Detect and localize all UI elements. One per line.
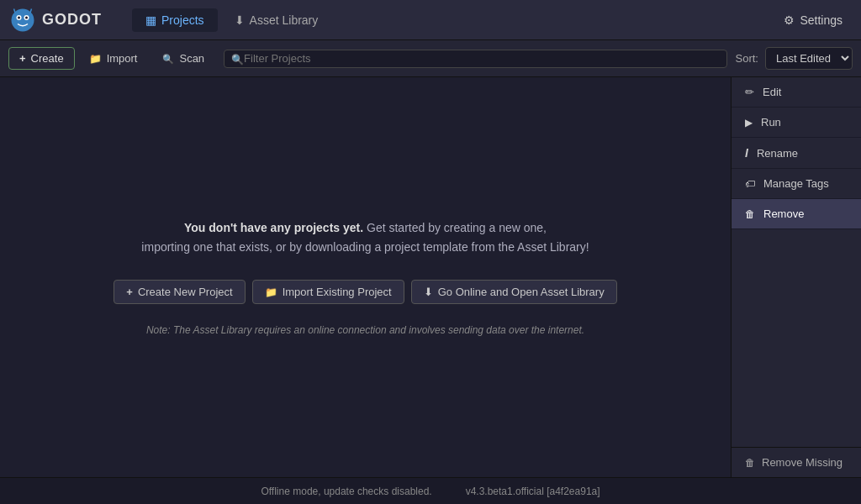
godot-logo-icon <box>10 8 35 33</box>
trash-icon <box>745 207 755 220</box>
scan-icon <box>162 52 174 65</box>
play-icon <box>745 116 753 129</box>
logo: GODOT <box>10 8 102 33</box>
filter-wrap <box>224 50 726 68</box>
import-button[interactable]: Import <box>78 47 149 70</box>
asset-library-note: Note: The Asset Library requires an onli… <box>146 324 584 336</box>
download-icon <box>424 286 433 298</box>
version-info: v4.3.beta1.official [a4f2ea91a] <box>466 486 600 497</box>
svg-point-4 <box>25 16 28 18</box>
empty-desc2: importing one that exists, or by downloa… <box>141 238 589 256</box>
search-icon <box>231 52 244 66</box>
folder-icon <box>89 52 102 65</box>
main-layout: You don't have any projects yet. Get sta… <box>0 77 861 477</box>
projects-icon: ▦ <box>145 13 156 27</box>
projects-area: You don't have any projects yet. Get sta… <box>0 77 731 477</box>
folder-icon <box>265 286 277 298</box>
right-panel: Edit Run Rename Manage Tags Remove Remov… <box>731 77 861 477</box>
manage-tags-button[interactable]: Manage Tags <box>732 169 861 199</box>
plus-icon <box>126 286 133 298</box>
panel-bottom: Remove Missing <box>732 447 861 477</box>
svg-point-3 <box>18 16 20 18</box>
tab-projects[interactable]: ▦ Projects <box>132 8 218 32</box>
plus-icon <box>19 52 26 65</box>
edit-icon <box>745 86 754 98</box>
rename-button[interactable]: Rename <box>732 138 861 169</box>
go-online-asset-library-button[interactable]: Go Online and Open Asset Library <box>411 280 617 304</box>
import-existing-project-button[interactable]: Import Existing Project <box>252 280 404 304</box>
action-buttons: Create New Project Import Existing Proje… <box>114 280 616 304</box>
top-bar: GODOT ▦ Projects ⬇ Asset Library Setting… <box>0 0 861 40</box>
empty-message: You don't have any projects yet. Get sta… <box>141 218 589 256</box>
status-bar: Offline mode, update checks disabled. v4… <box>0 477 861 504</box>
toolbar: Create Import Scan Sort: Last Edited Nam… <box>0 40 861 77</box>
scan-button[interactable]: Scan <box>151 47 215 70</box>
filter-input[interactable] <box>244 52 719 65</box>
offline-status: Offline mode, update checks disabled. <box>261 486 431 497</box>
edit-button[interactable]: Edit <box>732 77 861 108</box>
sort-select[interactable]: Last Edited Name Path <box>765 47 853 70</box>
remove-button[interactable]: Remove <box>732 199 861 229</box>
remove-missing-button[interactable]: Remove Missing <box>745 456 848 469</box>
create-new-project-button[interactable]: Create New Project <box>114 280 245 304</box>
sort-label: Sort: <box>736 52 758 65</box>
empty-desc1: Get started by creating a new one, <box>367 221 547 234</box>
rename-icon <box>745 146 748 160</box>
run-button[interactable]: Run <box>732 108 861 138</box>
gear-icon <box>784 13 795 27</box>
download-icon: ⬇ <box>235 13 245 27</box>
empty-bold: You don't have any projects yet. <box>184 221 363 234</box>
remove-missing-icon <box>745 456 755 469</box>
settings-button[interactable]: Settings <box>775 10 851 30</box>
tab-asset-library[interactable]: ⬇ Asset Library <box>221 8 332 32</box>
app-name: GODOT <box>42 11 102 29</box>
create-button[interactable]: Create <box>8 47 75 70</box>
nav-tabs: ▦ Projects ⬇ Asset Library <box>132 8 331 32</box>
tag-icon <box>745 177 755 190</box>
